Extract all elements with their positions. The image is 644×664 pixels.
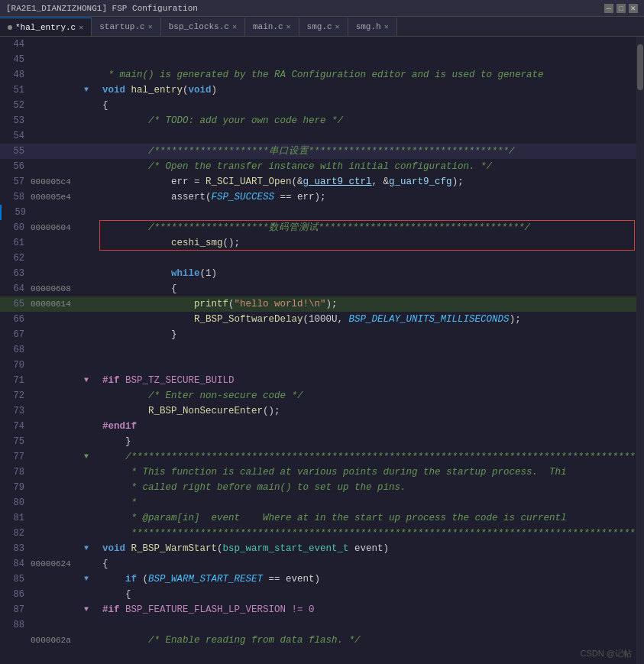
line-number: 80: [0, 495, 29, 510]
line-content: [99, 52, 644, 67]
fold-icon[interactable]: ▼: [81, 541, 92, 556]
line-number: 64: [0, 281, 29, 296]
tab-label: startup.c: [99, 22, 144, 31]
fold-icon[interactable]: ▼: [81, 602, 92, 617]
code-line-57: 57 000005c4 err = R_SCI_UART_Open(&g_uar…: [0, 174, 644, 189]
code-line-45: 45: [0, 52, 644, 67]
tab-smg-h[interactable]: smg.h ✕: [348, 18, 397, 36]
line-content: * called right before main() to set up t…: [99, 480, 644, 495]
line-number: 67: [0, 327, 29, 342]
line-number: 82: [0, 526, 29, 541]
code-line-85: 85 ▼ if (BSP_WARM_START_RESET == event): [0, 572, 644, 587]
tab-bsp-clocks[interactable]: bsp_clocks.c ✕: [161, 18, 245, 36]
line-content: * @param[in] event Where at in the start…: [99, 510, 644, 526]
code-line-62: 62: [0, 251, 644, 266]
line-number: 48: [0, 67, 29, 83]
code-line-88: 88: [0, 617, 644, 633]
tab-close-icon[interactable]: ✕: [335, 22, 340, 31]
scrollbar-track[interactable]: [636, 37, 644, 664]
tab-hal-entry[interactable]: *hal_entry.c ✕: [0, 18, 92, 36]
line-content: void R_BSP_WarmStart(bsp_warm_start_even…: [99, 541, 644, 556]
line-number: 88: [0, 617, 29, 633]
line-content: }: [99, 327, 644, 342]
fold-icon[interactable]: ▼: [81, 83, 92, 98]
line-content: /* TODO: add your own code here */: [99, 113, 644, 128]
code-line-75: 75 }: [0, 434, 644, 449]
line-number: 61: [0, 235, 29, 251]
code-line-68: 68: [0, 342, 644, 358]
maximize-button[interactable]: □: [616, 4, 626, 13]
line-number: 53: [0, 113, 29, 128]
line-content: }: [99, 434, 644, 449]
fold-icon[interactable]: ▼: [81, 449, 92, 465]
tab-label: main.c: [253, 22, 283, 31]
line-addr: 0000062a: [29, 633, 81, 648]
code-line-48: 48 * main() is generated by the RA Confi…: [0, 67, 644, 83]
close-button[interactable]: ✕: [629, 4, 638, 13]
code-line-59: 59: [0, 205, 644, 220]
line-number: 45: [0, 52, 29, 67]
code-line-44: 44: [0, 37, 644, 52]
line-number: 44: [0, 37, 29, 52]
tab-close-icon[interactable]: ✕: [148, 22, 153, 31]
line-content: assert(FSP_SUCCESS == err);: [99, 189, 644, 205]
code-line-88b: 0000062a /* Enable reading from data fla…: [0, 633, 644, 648]
line-number: 87: [0, 602, 29, 617]
line-number: 56: [0, 159, 29, 174]
line-content: {: [99, 587, 644, 602]
line-number: 59: [2, 205, 31, 220]
title-bar: [RA2E1_DIANZIZHONG1] FSP Configuration ─…: [0, 0, 644, 17]
code-line-73: 73 R_BSP_NonSecureEnter();: [0, 403, 644, 419]
tab-main[interactable]: main.c ✕: [245, 18, 299, 36]
fold-icon[interactable]: ▼: [81, 572, 92, 587]
tab-smg-c[interactable]: smg.c ✕: [299, 18, 348, 36]
tab-close-icon[interactable]: ✕: [232, 22, 237, 31]
line-number: 70: [0, 358, 29, 373]
line-number: 68: [0, 342, 29, 358]
line-number: 65: [0, 296, 29, 312]
line-content: [99, 251, 644, 266]
minimize-button[interactable]: ─: [604, 4, 613, 13]
scrollbar-thumb[interactable]: [637, 44, 643, 90]
code-line-58: 58 000005e4 assert(FSP_SUCCESS == err);: [0, 189, 644, 205]
line-number: 71: [0, 373, 29, 388]
code-line-81: 81 * @param[in] event Where at in the st…: [0, 510, 644, 526]
tab-close-icon[interactable]: ✕: [384, 22, 389, 31]
tab-label: smg.c: [307, 22, 332, 31]
code-line-51: 51 ▼ void hal_entry(void): [0, 83, 644, 98]
line-number: 86: [0, 587, 29, 602]
line-addr: 00000614: [29, 296, 81, 312]
tab-close-icon[interactable]: ✕: [286, 22, 291, 31]
tab-startup[interactable]: startup.c ✕: [92, 18, 160, 36]
line-content: [99, 205, 644, 220]
code-line-60: 60 00000604 /********************数码管测试**…: [0, 220, 644, 235]
line-addr: 00000604: [29, 220, 81, 235]
code-line-87: 87 ▼ #if BSP_FEATURE_FLASH_LP_VERSION !=…: [0, 602, 644, 617]
line-content: R_BSP_NonSecureEnter();: [99, 403, 644, 419]
line-content: if (BSP_WARM_START_RESET == event): [99, 572, 644, 587]
line-number: 55: [0, 144, 29, 159]
code-line-84: 84 00000624 {: [0, 556, 644, 572]
line-number: 60: [0, 220, 29, 235]
line-content: err = R_SCI_UART_Open(&g_uart9_ctrl, &g_…: [99, 174, 644, 189]
tab-close-icon[interactable]: ✕: [79, 23, 83, 32]
line-content: #if BSP_FEATURE_FLASH_LP_VERSION != 0: [99, 602, 644, 617]
line-content: /* Open the transfer instance with initi…: [99, 159, 644, 174]
line-number: 63: [0, 266, 29, 281]
line-content: /* Enter non-secure code */: [99, 388, 644, 403]
line-content: R_BSP_SoftwareDelay(1000U, BSP_DELAY_UNI…: [99, 312, 644, 327]
tab-label: *hal_entry.c: [15, 23, 76, 32]
fold-icon[interactable]: ▼: [81, 373, 92, 388]
editor: 44 45 48 * main() is generated by the RA…: [0, 37, 644, 664]
line-content: {: [99, 556, 644, 572]
line-content: ****************************************…: [99, 526, 644, 541]
line-addr: 000005c4: [29, 174, 81, 189]
line-content: /***************************************…: [99, 449, 644, 465]
line-content: /********************串口设置***************…: [99, 144, 644, 159]
watermark: CSDN @记帖: [581, 648, 632, 659]
window-title: [RA2E1_DIANZIZHONG1] FSP Configuration: [6, 4, 198, 13]
title-bar-controls[interactable]: ─ □ ✕: [604, 4, 638, 13]
line-number: 72: [0, 388, 29, 403]
line-number: 84: [0, 556, 29, 572]
code-line-63: 63 while(1): [0, 266, 644, 281]
